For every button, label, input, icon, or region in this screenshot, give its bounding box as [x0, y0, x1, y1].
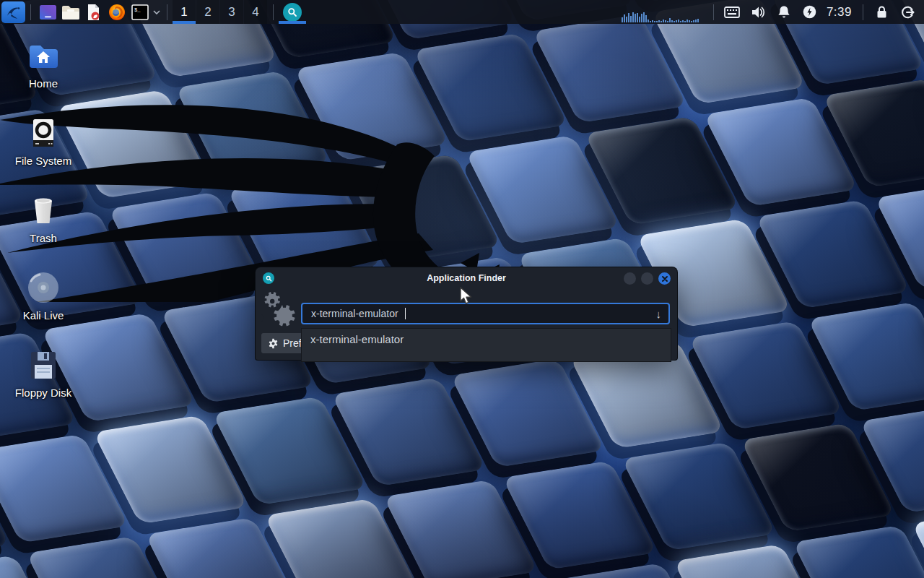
- launcher-desktop-settings[interactable]: [36, 0, 59, 24]
- cpu-bar: [652, 20, 653, 22]
- cpu-bar: [635, 14, 636, 22]
- cpu-bar: [674, 21, 675, 22]
- trash-icon: [27, 194, 60, 227]
- taskbar-application-finder[interactable]: [279, 0, 306, 24]
- close-button[interactable]: [658, 272, 671, 285]
- desktop-screen: Home File System Trash Kali Li: [0, 0, 924, 578]
- kali-dragon-logo: [0, 64, 628, 302]
- cpu-bar: [626, 17, 627, 22]
- launcher-dropdown-chevron[interactable]: [152, 0, 162, 24]
- gears-icon: [261, 290, 298, 328]
- panel-separator: [713, 4, 714, 20]
- launcher-terminal[interactable]: $_: [128, 0, 152, 24]
- cpu-bar: [676, 20, 677, 22]
- cpu-bar: [697, 19, 699, 22]
- cpu-bar: [648, 20, 649, 22]
- cpu-bar: [671, 20, 673, 22]
- desktop-icon-label: Trash: [30, 232, 57, 244]
- firefox-icon: [108, 4, 126, 21]
- cpu-bar: [637, 13, 638, 22]
- cpu-bar: [695, 20, 697, 22]
- workspace-button-1[interactable]: 1: [173, 0, 196, 24]
- desktop-icon-file-system[interactable]: File System: [9, 116, 78, 167]
- cpu-bar: [639, 17, 640, 22]
- cpu-graph-widget[interactable]: [622, 0, 708, 24]
- cpu-bar: [622, 17, 623, 22]
- keyboard-indicator[interactable]: [723, 0, 741, 24]
- applications-menu-button[interactable]: [1, 1, 25, 23]
- volume-icon: [751, 6, 765, 19]
- desktop-icon-label: Home: [29, 77, 58, 90]
- titlebar[interactable]: Application Finder: [256, 267, 677, 289]
- lock-screen-button[interactable]: [872, 0, 891, 24]
- workspace-button-3[interactable]: 3: [220, 0, 243, 24]
- lock-icon: [876, 5, 888, 19]
- volume-control[interactable]: [749, 0, 767, 24]
- search-input-value: x-terminal-emulator: [311, 308, 398, 319]
- autocomplete-dropdown: x-terminal-emulator: [301, 328, 671, 362]
- search-icon: [287, 7, 297, 17]
- bell-icon: [777, 5, 790, 19]
- power-manager[interactable]: [801, 0, 819, 24]
- disc-icon: [27, 271, 60, 304]
- purple-window-icon: [39, 4, 57, 20]
- home-folder-icon: [27, 39, 60, 72]
- close-icon: [662, 276, 668, 282]
- power-bolt-icon: [803, 5, 816, 19]
- cpu-bar: [678, 20, 679, 22]
- search-icon: [266, 275, 272, 282]
- desktop-icon-trash[interactable]: Trash: [9, 194, 78, 244]
- workspace-button-4[interactable]: 4: [244, 0, 267, 24]
- cpu-bar: [689, 20, 690, 22]
- cpu-bar: [665, 20, 666, 22]
- search-input[interactable]: x-terminal-emulator ↓: [301, 303, 670, 324]
- launcher-firefox[interactable]: [105, 0, 128, 24]
- maximize-button[interactable]: [641, 272, 653, 285]
- cpu-bar: [684, 21, 686, 22]
- cpu-bar: [643, 12, 645, 22]
- file-system-drive-icon: [27, 116, 60, 150]
- cpu-bar: [693, 20, 694, 22]
- terminal-icon: $_: [131, 4, 149, 20]
- desktop-icon-label: File System: [15, 155, 71, 167]
- panel-separator: [167, 4, 167, 20]
- chevron-down-icon: [153, 10, 160, 14]
- cpu-bar: [650, 21, 651, 22]
- mouse-cursor: [459, 287, 473, 306]
- desktop-icon-home[interactable]: Home: [9, 39, 78, 90]
- cpu-bar: [658, 20, 660, 22]
- logout-button[interactable]: [898, 0, 917, 24]
- cpu-bar: [632, 12, 634, 22]
- cpu-bar: [663, 20, 664, 22]
- clock[interactable]: 7:39: [827, 5, 852, 20]
- launcher-text-editor[interactable]: [82, 0, 105, 24]
- dropdown-item[interactable]: x-terminal-emulator: [302, 329, 671, 350]
- keyboard-icon: [724, 7, 740, 18]
- document-edit-icon: [85, 4, 103, 21]
- cpu-bar: [661, 21, 662, 22]
- cpu-bar: [687, 20, 688, 22]
- window-title: Application Finder: [256, 267, 677, 289]
- floppy-disk-icon: [27, 348, 60, 381]
- desktop-icon-label: Floppy Disk: [15, 387, 71, 399]
- application-finder-window: Application Finder x-terminal-emulato: [256, 267, 677, 360]
- text-caret: [405, 308, 406, 319]
- cpu-bar: [669, 18, 671, 22]
- cpu-bar: [654, 21, 655, 22]
- desktop-icon-floppy-disk[interactable]: Floppy Disk: [9, 348, 78, 399]
- workspace-button-2[interactable]: 2: [196, 0, 219, 24]
- workspace-switcher: 1234: [173, 0, 268, 24]
- dropdown-arrow-icon[interactable]: ↓: [656, 308, 662, 320]
- application-finder-task-icon: [283, 3, 302, 22]
- notifications[interactable]: [775, 0, 793, 24]
- cpu-bar: [656, 21, 658, 22]
- minimize-button[interactable]: [624, 272, 636, 285]
- cpu-bar: [682, 20, 684, 22]
- logout-icon: [900, 5, 915, 20]
- desktop-icon-label: Kali Live: [23, 309, 64, 322]
- launcher-file-manager[interactable]: [59, 0, 82, 24]
- cpu-bar: [641, 14, 642, 22]
- gear-icon: [268, 338, 279, 349]
- cpu-bar: [624, 14, 625, 22]
- desktop-icon-kali-live[interactable]: Kali Live: [9, 271, 78, 322]
